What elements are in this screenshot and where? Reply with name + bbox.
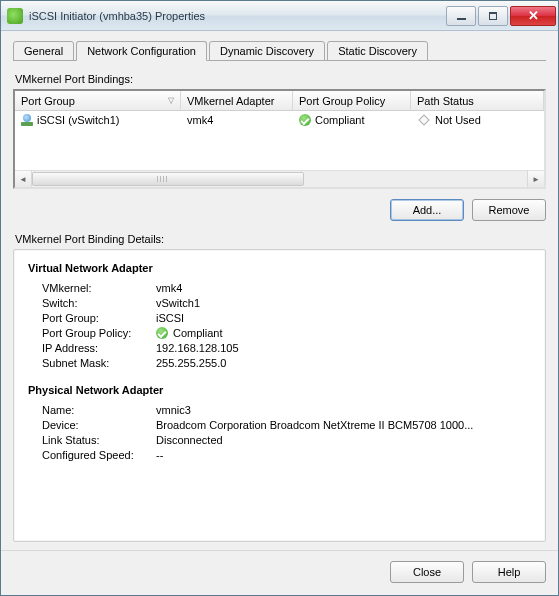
vmkernel-value: vmk4 [156, 282, 531, 294]
tabstrip: General Network Configuration Dynamic Di… [13, 39, 546, 61]
speed-value: -- [156, 449, 531, 461]
vmkernel-label: VMkernel: [28, 282, 156, 294]
col-policy-label: Port Group Policy [299, 95, 385, 107]
bindings-label: VMkernel Port Bindings: [15, 73, 546, 85]
link-value: Disconnected [156, 434, 531, 446]
switch-label: Switch: [28, 297, 156, 309]
cell-path: Not Used [435, 114, 481, 126]
virtual-adapter-title: Virtual Network Adapter [28, 262, 531, 274]
device-label: Device: [28, 419, 156, 431]
cell-policy: Compliant [315, 114, 365, 126]
maximize-button[interactable] [478, 6, 508, 26]
ip-label: IP Address: [28, 342, 156, 354]
scroll-track[interactable] [32, 171, 527, 187]
check-icon [156, 327, 168, 339]
table-body: iSCSI (vSwitch1) vmk4 Compliant Not Used [15, 111, 544, 170]
add-button[interactable]: Add... [390, 199, 464, 221]
titlebar[interactable]: iSCSI Initiator (vmhba35) Properties ✕ [1, 1, 558, 31]
speed-label: Configured Speed: [28, 449, 156, 461]
close-dialog-button[interactable]: Close [390, 561, 464, 583]
app-icon [7, 8, 23, 24]
network-icon [21, 114, 33, 126]
close-button[interactable]: ✕ [510, 6, 556, 26]
col-adapter-label: VMkernel Adapter [187, 95, 274, 107]
scroll-left-icon[interactable]: ◄ [15, 171, 32, 187]
details-label: VMkernel Port Binding Details: [15, 233, 546, 245]
tab-network-configuration[interactable]: Network Configuration [76, 41, 207, 61]
table-row[interactable]: iSCSI (vSwitch1) vmk4 Compliant Not Used [15, 111, 544, 129]
col-path-label: Path Status [417, 95, 474, 107]
tab-body: VMkernel Port Bindings: Port Group ▽ VMk… [13, 61, 546, 542]
name-value: vmnic3 [156, 404, 531, 416]
check-icon [299, 114, 311, 126]
physical-adapter-title: Physical Network Adapter [28, 384, 531, 396]
cell-adapter: vmk4 [187, 114, 213, 126]
cell-port-group: iSCSI (vSwitch1) [37, 114, 120, 126]
sort-asc-icon: ▽ [168, 96, 174, 105]
horizontal-scrollbar[interactable]: ◄ ► [15, 170, 544, 187]
portgroup-value: iSCSI [156, 312, 531, 324]
table-header: Port Group ▽ VMkernel Adapter Port Group… [15, 91, 544, 111]
col-path-status[interactable]: Path Status [411, 91, 544, 110]
diamond-icon [418, 114, 429, 125]
portgroup-label: Port Group: [28, 312, 156, 324]
mask-value: 255.255.255.0 [156, 357, 531, 369]
mask-label: Subnet Mask: [28, 357, 156, 369]
tab-static-discovery[interactable]: Static Discovery [327, 41, 428, 61]
tab-general[interactable]: General [13, 41, 74, 61]
col-adapter[interactable]: VMkernel Adapter [181, 91, 293, 110]
window-title: iSCSI Initiator (vmhba35) Properties [29, 10, 444, 22]
tab-dynamic-discovery[interactable]: Dynamic Discovery [209, 41, 325, 61]
scroll-thumb[interactable] [32, 172, 304, 186]
col-port-group-label: Port Group [21, 95, 75, 107]
name-label: Name: [28, 404, 156, 416]
dialog-footer: Close Help [1, 550, 558, 595]
dialog-window: iSCSI Initiator (vmhba35) Properties ✕ G… [0, 0, 559, 596]
remove-button[interactable]: Remove [472, 199, 546, 221]
help-button[interactable]: Help [472, 561, 546, 583]
minimize-button[interactable] [446, 6, 476, 26]
switch-value: vSwitch1 [156, 297, 531, 309]
policy-label: Port Group Policy: [28, 327, 156, 339]
bindings-table: Port Group ▽ VMkernel Adapter Port Group… [13, 89, 546, 189]
scroll-right-icon[interactable]: ► [527, 171, 544, 187]
col-policy[interactable]: Port Group Policy [293, 91, 411, 110]
client-area: General Network Configuration Dynamic Di… [1, 31, 558, 542]
col-port-group[interactable]: Port Group ▽ [15, 91, 181, 110]
details-box: Virtual Network Adapter VMkernel:vmk4 Sw… [13, 249, 546, 542]
ip-value: 192.168.128.105 [156, 342, 531, 354]
policy-value: Compliant [173, 327, 223, 339]
device-value: Broadcom Corporation Broadcom NetXtreme … [156, 419, 531, 431]
link-label: Link Status: [28, 434, 156, 446]
